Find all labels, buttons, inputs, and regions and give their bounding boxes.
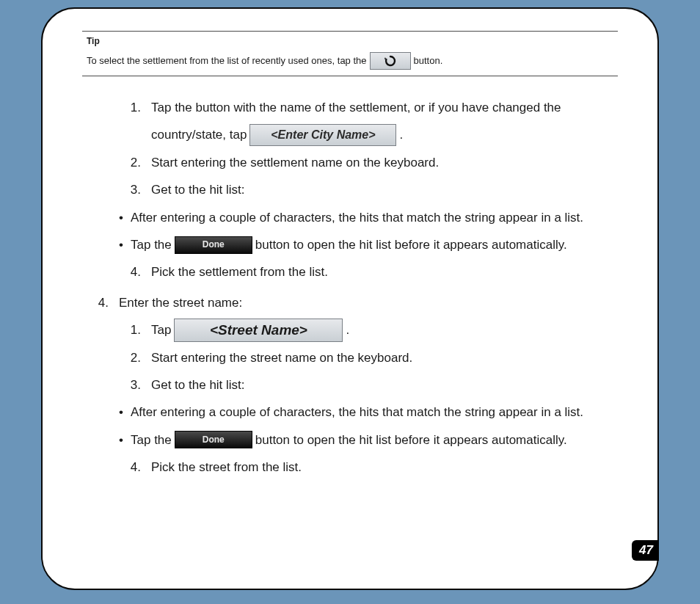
history-icon (384, 55, 397, 67)
done-button[interactable]: Done (175, 431, 252, 448)
bullet-icon: • (116, 399, 126, 426)
step-1-body: Tap the button with the name of the sett… (151, 94, 561, 149)
street-steps: 1. Tap <Street Name> . 2. Start entering… (122, 316, 625, 399)
street-step-1: 1. Tap <Street Name> . (122, 316, 625, 343)
tip-body: To select the settlement from the list o… (87, 52, 618, 70)
street-bullet-1: After entering a couple of characters, t… (131, 399, 583, 426)
settlement-bullets: • After entering a couple of characters,… (116, 204, 625, 259)
tip-text-after: button. (414, 53, 443, 69)
stage: Tip To select the settlement from the li… (0, 0, 700, 604)
step-1-before: country/state, tap (151, 121, 247, 148)
step-1-after: . (399, 121, 403, 148)
bullet-row: • After entering a couple of characters,… (116, 204, 625, 231)
street-step-4-wrap: 4. Pick the street from the list. (122, 454, 625, 481)
settlement-step-4: 4. Pick the settlement from the list. (122, 258, 625, 285)
street-4-text: Pick the street from the list. (151, 454, 302, 481)
enter-city-name-button[interactable]: <Enter City Name> (249, 124, 396, 146)
step-number: 3. (122, 176, 141, 203)
street-3-text: Get to the hit list: (151, 371, 245, 399)
bullet-row: • After entering a couple of characters,… (116, 399, 625, 426)
step-2: 2. Start entering the settlement name on… (122, 149, 625, 176)
street-step-1-body: Tap <Street Name> . (151, 316, 349, 343)
street-bullets: • After entering a couple of characters,… (116, 399, 625, 454)
step-4-text: Pick the settlement from the list. (151, 258, 328, 285)
bullet-1-text: After entering a couple of characters, t… (131, 204, 583, 231)
bullet-icon: • (116, 231, 126, 258)
step-number: 1. (122, 94, 141, 121)
step-3-text: Get to the hit list: (151, 176, 245, 203)
page-number-badge: 47 (632, 540, 659, 561)
street-step-3: 3. Get to the hit list: (122, 371, 625, 399)
step-4: 4. Pick the settlement from the list. (122, 258, 625, 285)
street-step-4: 4. Pick the street from the list. (122, 454, 625, 481)
bullet-2-body: Tap the Done button to open the hit list… (131, 231, 567, 258)
enter-city-name-label: <Enter City Name> (271, 122, 375, 148)
step-number: 2. (122, 149, 141, 176)
bullet-row: • Tap the Done button to open the hit li… (116, 231, 625, 258)
bullet-row: • Tap the Done button to open the hit li… (116, 426, 625, 454)
manual-page: Tip To select the settlement from the li… (41, 7, 659, 590)
step-3: 3. Get to the hit list: (122, 176, 625, 203)
step-number: 4. (122, 454, 141, 481)
bullet-icon: • (116, 204, 126, 231)
step-1-line2: country/state, tap <Enter City Name> . (151, 121, 403, 148)
street-b2-before: Tap the (131, 426, 172, 454)
outer-step-4: 4. Enter the street name: (90, 289, 625, 316)
step-1: 1. Tap the button with the name of the s… (122, 94, 625, 149)
street-step-2: 2. Start entering the street name on the… (122, 344, 625, 371)
done-label: Done (203, 235, 225, 254)
step-2-text: Start entering the settlement name on th… (151, 149, 439, 176)
tip-text-before: To select the settlement from the list o… (87, 53, 367, 69)
tip-title: Tip (87, 36, 618, 46)
tip-box: Tip To select the settlement from the li… (82, 31, 618, 76)
outer-4-text: Enter the street name: (119, 289, 242, 316)
settlement-steps: 1. Tap the button with the name of the s… (122, 94, 625, 204)
step-number: 3. (122, 371, 141, 399)
step-number: 4. (90, 289, 109, 316)
street-1-after: . (346, 316, 349, 343)
page-number: 47 (639, 543, 653, 557)
step-1-line1: Tap the button with the name of the sett… (151, 94, 561, 121)
done-button[interactable]: Done (175, 236, 252, 254)
content: 1. Tap the button with the name of the s… (75, 94, 625, 481)
history-button[interactable] (370, 52, 411, 70)
bullet-2-after: button to open the hit list before it ap… (255, 231, 567, 258)
outer-4-row: 4. Enter the street name: (90, 289, 625, 316)
street-name-label: <Street Name> (210, 315, 307, 346)
step-number: 4. (122, 258, 141, 285)
street-name-button[interactable]: <Street Name> (174, 319, 343, 342)
street-b2-after: button to open the hit list before it ap… (255, 426, 567, 454)
bullet-2-before: Tap the (131, 231, 172, 258)
step-number: 1. (122, 316, 141, 343)
done-label: Done (203, 430, 225, 449)
street-bullet-2-body: Tap the Done button to open the hit list… (131, 426, 567, 454)
step-number: 2. (122, 344, 141, 371)
street-2-text: Start entering the street name on the ke… (151, 344, 412, 371)
bullet-icon: • (116, 426, 126, 454)
street-1-before: Tap (151, 316, 171, 343)
